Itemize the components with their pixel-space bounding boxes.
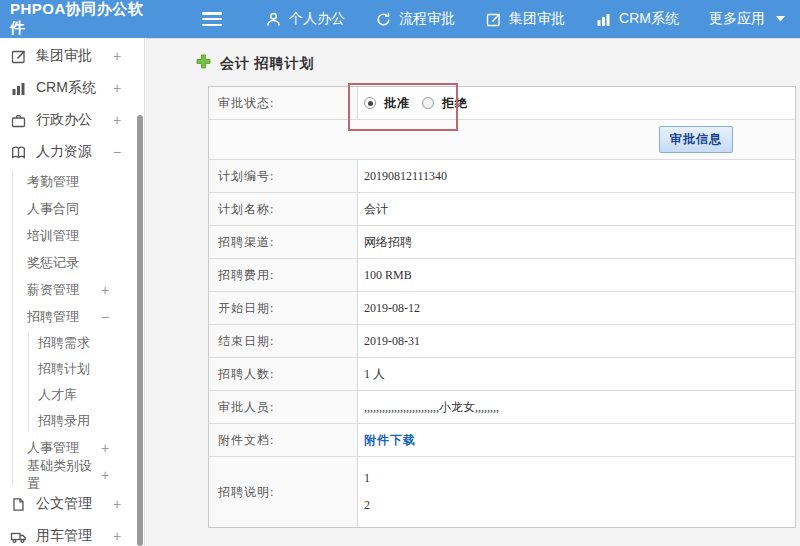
sidebar-item-document-management[interactable]: 公文管理 + bbox=[0, 488, 144, 520]
topbar-item-label: CRM系统 bbox=[619, 10, 679, 28]
truck-icon bbox=[10, 528, 27, 545]
sidebar-item-label: 用车管理 bbox=[36, 527, 110, 545]
field-label: 招聘渠道: bbox=[209, 226, 358, 258]
radio-button-reject[interactable] bbox=[422, 97, 434, 109]
sidebar-item-label: 人事合同 bbox=[27, 200, 144, 218]
sidebar-item-recruitment-demand[interactable]: 招聘需求 bbox=[0, 330, 144, 356]
approval-button-row: 审批信息 bbox=[209, 120, 795, 160]
field-value: 1 人 bbox=[358, 358, 795, 390]
sidebar-item-label: 行政办公 bbox=[36, 111, 110, 129]
sidebar-item-label: 集团审批 bbox=[36, 47, 110, 65]
field-value: 网络招聘 bbox=[358, 226, 795, 258]
field-value: 附件下载 bbox=[358, 424, 795, 456]
topbar-item-crm[interactable]: CRM系统 bbox=[595, 10, 679, 28]
sidebar-item-recruitment-plan[interactable]: 招聘计划 bbox=[0, 356, 144, 382]
hamburger-menu-icon[interactable] bbox=[202, 12, 222, 26]
expand-icon[interactable]: + bbox=[110, 112, 124, 128]
sidebar-item-talent-pool[interactable]: 人才库 bbox=[0, 382, 144, 408]
sidebar-item-base-category-settings[interactable]: 基础类别设置 + bbox=[0, 461, 144, 488]
sidebar: 集团审批 + CRM系统 + 行政办公 + bbox=[0, 38, 145, 546]
collapse-icon[interactable]: − bbox=[110, 144, 124, 160]
sidebar-item-training[interactable]: 培训管理 bbox=[0, 222, 144, 249]
approval-status-row: 审批状态: 批准 拒绝 bbox=[209, 87, 795, 120]
description-line: 1 bbox=[364, 471, 370, 486]
reject-radio-option[interactable]: 拒绝 bbox=[422, 95, 468, 112]
topbar-item-label: 个人办公 bbox=[289, 10, 345, 28]
form-row-start-date: 开始日期: 2019-08-12 bbox=[209, 292, 795, 325]
sidebar-item-attendance[interactable]: 考勤管理 bbox=[0, 168, 144, 195]
field-value: 2019-08-12 bbox=[358, 292, 795, 324]
caret-down-icon bbox=[776, 16, 785, 22]
sidebar-item-crm[interactable]: CRM系统 + bbox=[0, 72, 144, 104]
sidebar-item-rewards-punishments[interactable]: 奖惩记录 bbox=[0, 249, 144, 276]
field-label: 审批状态: bbox=[209, 87, 358, 119]
description-line: 2 bbox=[364, 498, 370, 513]
sidebar-item-label: 考勤管理 bbox=[27, 173, 144, 191]
app-logo: PHPOA协同办公软件 bbox=[10, 0, 158, 38]
topbar-item-group-approval[interactable]: 集团审批 bbox=[485, 10, 565, 28]
radio-label: 批准 bbox=[384, 95, 410, 112]
expand-icon[interactable]: + bbox=[110, 496, 124, 512]
expand-icon[interactable]: + bbox=[110, 80, 124, 96]
expand-icon[interactable]: + bbox=[110, 48, 124, 64]
approve-radio-option[interactable]: 批准 bbox=[364, 95, 410, 112]
sidebar-item-label: 奖惩记录 bbox=[27, 254, 144, 272]
topbar-item-label: 更多应用 bbox=[709, 10, 765, 28]
sidebar-item-label: 人力资源 bbox=[36, 143, 110, 161]
sidebar-item-label: 人才库 bbox=[38, 386, 144, 404]
expand-icon[interactable]: + bbox=[98, 440, 112, 456]
expand-icon[interactable]: + bbox=[98, 282, 112, 298]
edit-icon bbox=[485, 11, 502, 28]
person-icon bbox=[265, 11, 282, 28]
field-label: 计划名称: bbox=[209, 193, 358, 225]
sidebar-item-label: 薪资管理 bbox=[27, 281, 98, 299]
field-label: 开始日期: bbox=[209, 292, 358, 324]
hr-submenu: 考勤管理 人事合同 培训管理 奖惩记录 薪资管理 + 招聘管理 − 招聘需求 bbox=[0, 168, 144, 488]
topbar: PHPOA协同办公软件 个人办公 流程审批 bbox=[0, 0, 800, 38]
form-row-end-date: 结束日期: 2019-08-31 bbox=[209, 325, 795, 358]
field-value: ,,,,,,,,,,,,,,,,,,,,,,,,,小龙女,,,,,,,, bbox=[358, 391, 795, 423]
field-label: 计划编号: bbox=[209, 160, 358, 192]
sidebar-item-label: 人事管理 bbox=[27, 439, 98, 457]
page-header: 会计 招聘计划 bbox=[196, 54, 315, 73]
sidebar-item-label: 招聘需求 bbox=[38, 334, 144, 352]
sidebar-item-personnel-contract[interactable]: 人事合同 bbox=[0, 195, 144, 222]
attachment-download-link[interactable]: 附件下载 bbox=[364, 432, 416, 449]
sidebar-item-salary[interactable]: 薪资管理 + bbox=[0, 276, 144, 303]
form-row-headcount: 招聘人数: 1 人 bbox=[209, 358, 795, 391]
field-value: 会计 bbox=[358, 193, 795, 225]
field-label: 招聘说明: bbox=[209, 457, 358, 527]
form-row-attachment: 附件文档: 附件下载 bbox=[209, 424, 795, 457]
sidebar-scrollbar-thumb[interactable] bbox=[137, 115, 143, 546]
sidebar-item-label: 培训管理 bbox=[27, 227, 144, 245]
plus-icon bbox=[196, 54, 211, 73]
topbar-item-more-apps[interactable]: 更多应用 bbox=[709, 10, 785, 28]
form-row-recruit-channel: 招聘渠道: 网络招聘 bbox=[209, 226, 795, 259]
collapse-icon[interactable]: − bbox=[98, 309, 112, 325]
expand-icon[interactable]: + bbox=[110, 528, 124, 544]
topbar-item-workflow-approval[interactable]: 流程审批 bbox=[375, 10, 455, 28]
page-title: 会计 招聘计划 bbox=[220, 55, 315, 73]
sidebar-item-admin-office[interactable]: 行政办公 + bbox=[0, 104, 144, 136]
recruitment-plan-form: 审批状态: 批准 拒绝 审批信息 计划编号: 20190812111 bbox=[208, 86, 796, 528]
sidebar-item-label: 招聘录用 bbox=[38, 412, 144, 430]
sidebar-item-label: 招聘管理 bbox=[27, 308, 98, 326]
radio-button-approve[interactable] bbox=[364, 97, 376, 109]
field-value: 100 RMB bbox=[358, 259, 795, 291]
field-label: 招聘费用: bbox=[209, 259, 358, 291]
field-value: 1 2 bbox=[358, 457, 795, 527]
sidebar-item-vehicle-management[interactable]: 用车管理 + bbox=[0, 520, 144, 546]
form-row-plan-name: 计划名称: 会计 bbox=[209, 193, 795, 226]
sidebar-item-group-approval[interactable]: 集团审批 + bbox=[0, 40, 144, 72]
approval-info-button[interactable]: 审批信息 bbox=[659, 126, 733, 153]
main-content: 会计 招聘计划 审批状态: 批准 拒绝 审批信息 bbox=[146, 38, 800, 546]
sidebar-item-recruitment[interactable]: 招聘管理 − bbox=[0, 303, 144, 330]
flow-icon bbox=[375, 11, 392, 28]
field-label: 招聘人数: bbox=[209, 358, 358, 390]
expand-icon[interactable]: + bbox=[98, 467, 112, 483]
sidebar-item-hr[interactable]: 人力资源 − bbox=[0, 136, 144, 168]
topbar-item-personal-office[interactable]: 个人办公 bbox=[265, 10, 345, 28]
sidebar-item-recruitment-hiring[interactable]: 招聘录用 bbox=[0, 408, 144, 434]
field-value: 20190812111340 bbox=[358, 160, 795, 192]
form-row-plan-number: 计划编号: 20190812111340 bbox=[209, 160, 795, 193]
